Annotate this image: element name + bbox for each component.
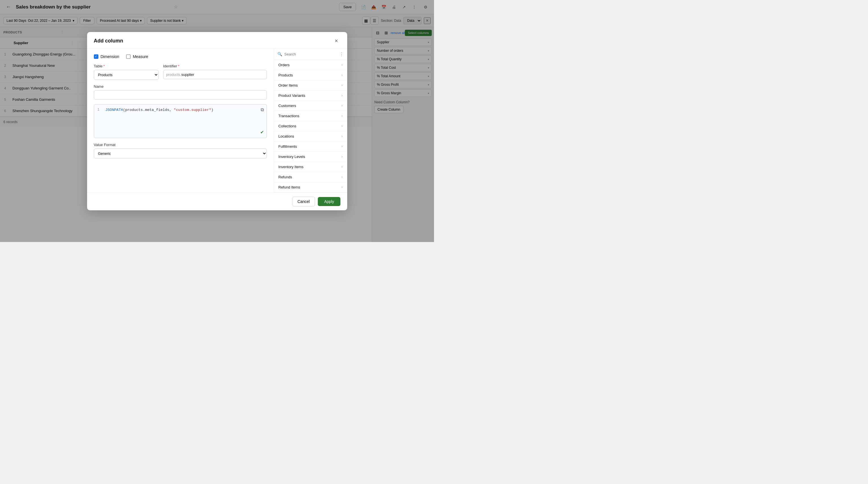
category-item-products[interactable]: Products › bbox=[274, 70, 347, 80]
search-more-icon[interactable]: ⋮ bbox=[339, 52, 344, 57]
code-paren-close: ) bbox=[211, 108, 214, 112]
identifier-label: Identifier * bbox=[163, 64, 267, 68]
category-chevron: › bbox=[342, 144, 343, 148]
category-chevron: › bbox=[342, 165, 343, 169]
identifier-group: Identifier * products. supplier bbox=[163, 64, 267, 80]
search-row: 🔍 ⋮ bbox=[274, 49, 347, 60]
modal-body: ✓ Dimension Measure Table * Pro bbox=[87, 49, 347, 193]
category-label-products: Products bbox=[279, 73, 293, 77]
category-label-transactions: Transactions bbox=[279, 114, 300, 118]
type-selector: ✓ Dimension Measure bbox=[94, 54, 267, 59]
dimension-checkbox-label[interactable]: ✓ Dimension bbox=[94, 54, 119, 59]
category-label-customers: Customers bbox=[279, 104, 296, 108]
category-item-order-items[interactable]: Order Items › bbox=[274, 80, 347, 91]
category-item-transactions[interactable]: Transactions › bbox=[274, 111, 347, 121]
category-label-locations: Locations bbox=[279, 134, 294, 138]
search-icon: 🔍 bbox=[277, 52, 282, 56]
category-item-customers[interactable]: Customers › bbox=[274, 101, 347, 111]
modal-form: ✓ Dimension Measure Table * Pro bbox=[87, 49, 274, 193]
category-chevron: › bbox=[342, 124, 343, 128]
measure-checkbox-label[interactable]: Measure bbox=[126, 54, 148, 59]
value-format-section: Value Format Generic Number Currency Per… bbox=[94, 143, 267, 159]
code-string-value: "custom.supplier" bbox=[174, 108, 211, 112]
category-chevron: › bbox=[342, 175, 343, 179]
category-item-refund-items[interactable]: Refund Items › bbox=[274, 182, 347, 193]
category-label-inventory-levels: Inventory Levels bbox=[279, 154, 305, 159]
identifier-required-star: * bbox=[178, 64, 180, 68]
category-label-refunds: Refunds bbox=[279, 175, 292, 179]
category-chevron: › bbox=[342, 83, 343, 87]
identifier-prefix: products. bbox=[166, 73, 181, 77]
category-label-inventory-items: Inventory Items bbox=[279, 165, 304, 169]
category-item-fulfillments[interactable]: Fulfillments › bbox=[274, 142, 347, 152]
table-label: Table * bbox=[94, 64, 159, 68]
modal-close-button[interactable]: × bbox=[333, 37, 340, 45]
category-item-orders[interactable]: Orders › bbox=[274, 60, 347, 70]
table-group: Table * Products Orders Order Items Prod… bbox=[94, 64, 159, 80]
category-item-inventory-levels[interactable]: Inventory Levels › bbox=[274, 152, 347, 162]
dimension-label: Dimension bbox=[101, 54, 119, 59]
search-input[interactable] bbox=[284, 52, 337, 56]
name-input[interactable] bbox=[94, 90, 267, 99]
apply-button[interactable]: Apply bbox=[318, 197, 340, 206]
code-editor[interactable]: 1 JSONPATH(products.meta_fields, "custom… bbox=[94, 104, 267, 138]
code-copy-icon[interactable]: ⧉ bbox=[261, 107, 264, 113]
identifier-value: supplier bbox=[181, 73, 194, 77]
category-item-refunds[interactable]: Refunds › bbox=[274, 172, 347, 182]
modal-right-panel: 🔍 ⋮ Orders › Products › Order Items › bbox=[274, 49, 347, 193]
measure-checkbox[interactable] bbox=[126, 54, 131, 59]
code-valid-icon: ✔ bbox=[261, 129, 264, 135]
dimension-checkbox[interactable]: ✓ bbox=[94, 54, 98, 59]
category-item-inventory-items[interactable]: Inventory Items › bbox=[274, 162, 347, 172]
name-form-label: Name bbox=[94, 84, 267, 89]
category-label-orders: Orders bbox=[279, 63, 290, 67]
category-label-product-variants: Product Variants bbox=[279, 93, 305, 98]
code-paren-open: (products.meta_fields, bbox=[123, 108, 174, 112]
value-format-select[interactable]: Generic Number Currency Percent Date Tex… bbox=[94, 149, 267, 159]
category-label-order-items: Order Items bbox=[279, 83, 298, 87]
category-chevron: › bbox=[342, 185, 343, 189]
category-item-collections[interactable]: Collections › bbox=[274, 121, 347, 131]
category-list: Orders › Products › Order Items › Produc… bbox=[274, 60, 347, 193]
modal-header: Add column × bbox=[87, 32, 347, 49]
category-label-fulfillments: Fulfillments bbox=[279, 144, 297, 149]
table-required-star: * bbox=[103, 64, 105, 68]
table-select[interactable]: Products Orders Order Items Product Vari… bbox=[94, 70, 159, 80]
category-chevron: › bbox=[342, 154, 343, 159]
checkbox-check-icon: ✓ bbox=[95, 55, 97, 58]
table-identifier-row: Table * Products Orders Order Items Prod… bbox=[94, 64, 267, 80]
identifier-input-wrap: products. supplier bbox=[163, 70, 267, 79]
code-func-name: JSONPATH bbox=[105, 108, 123, 112]
line-number: 1 bbox=[97, 108, 102, 112]
category-chevron: › bbox=[342, 63, 343, 67]
category-chevron: › bbox=[342, 134, 343, 138]
category-chevron: › bbox=[342, 73, 343, 77]
category-label-refund-items: Refund Items bbox=[279, 185, 300, 189]
category-item-product-variants[interactable]: Product Variants › bbox=[274, 91, 347, 101]
add-column-modal: Add column × ✓ Dimension Measure bbox=[87, 32, 347, 210]
category-item-locations[interactable]: Locations › bbox=[274, 131, 347, 142]
code-line: 1 JSONPATH(products.meta_fields, "custom… bbox=[97, 108, 263, 112]
code-content: JSONPATH(products.meta_fields, "custom.s… bbox=[105, 108, 214, 112]
category-chevron: › bbox=[342, 114, 343, 118]
modal-title: Add column bbox=[94, 38, 123, 44]
category-label-collections: Collections bbox=[279, 124, 297, 128]
measure-label: Measure bbox=[133, 54, 148, 59]
category-chevron: › bbox=[342, 104, 343, 108]
cancel-button[interactable]: Cancel bbox=[292, 197, 315, 206]
value-format-label: Value Format bbox=[94, 143, 267, 147]
modal-footer: Cancel Apply bbox=[87, 193, 347, 210]
category-chevron: › bbox=[342, 93, 343, 97]
